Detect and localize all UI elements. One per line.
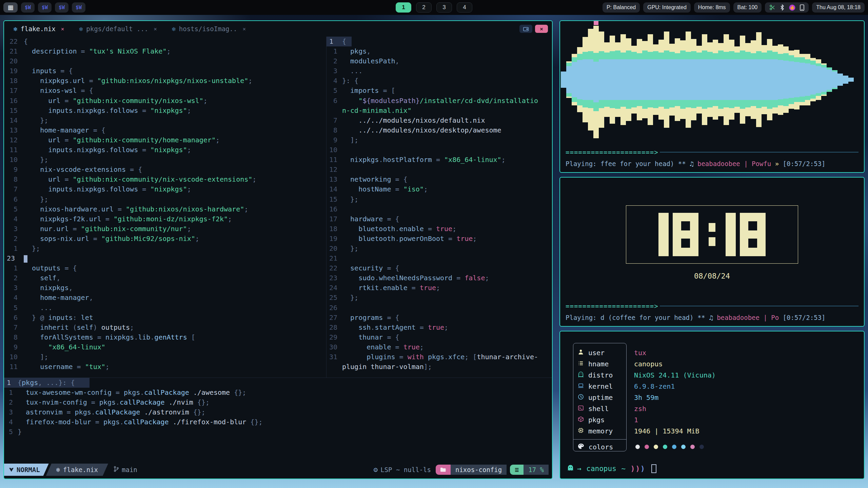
line-number: 7 bbox=[4, 184, 24, 194]
fetch-value: 1 bbox=[634, 414, 716, 425]
code-line: 27 programs = { bbox=[327, 313, 552, 323]
fetch-label: hname bbox=[588, 360, 609, 368]
line-number: 3 bbox=[327, 66, 342, 76]
song-progress-bar-2[interactable]: =====================> bbox=[566, 302, 859, 310]
visualizer-bar bbox=[593, 21, 599, 138]
visualizer-bar bbox=[631, 46, 637, 114]
tab-close-icon[interactable]: × bbox=[61, 26, 64, 32]
visualizer-bar bbox=[794, 50, 800, 109]
code-line: 11 inputs.nixpkgs.follows = "nixpkgs"; bbox=[4, 145, 326, 155]
fetch-value: 6.9.8-zen1 bbox=[634, 381, 716, 392]
pane-pkgs-default[interactable]: 1{pkgs, ...}: {1 tux-awesome-wm-config =… bbox=[4, 378, 552, 437]
visualizer-bar bbox=[783, 46, 789, 113]
clock-chip[interactable]: Thu Aug 08, 18:18 bbox=[812, 2, 865, 13]
phone-icon[interactable] bbox=[800, 4, 804, 11]
color-dot bbox=[699, 445, 704, 449]
line-number: 20 bbox=[327, 244, 342, 253]
code-line: 3 ... bbox=[327, 66, 552, 76]
line-number: 11 bbox=[4, 145, 24, 155]
packages-icon bbox=[578, 416, 584, 424]
editor-tab-hosts-isoImag-[interactable]: ❄hosts/isoImag..× bbox=[172, 25, 246, 33]
line-number: 27 bbox=[327, 313, 342, 323]
flame-icon[interactable] bbox=[789, 4, 795, 11]
visualizer-bar bbox=[691, 39, 696, 120]
fetch-value: 1946 | 15394 MiB bbox=[634, 425, 716, 436]
code-line: 25 }; bbox=[327, 293, 552, 303]
shell-prompt[interactable]: → canopus ~ ))) bbox=[567, 464, 656, 473]
tab-close-icon[interactable]: × bbox=[154, 26, 157, 32]
line-number: 13 bbox=[4, 125, 24, 135]
visualizer-bar bbox=[848, 78, 854, 82]
screen-tab-1[interactable]: 1 bbox=[396, 2, 411, 13]
line-number: 12 bbox=[327, 165, 342, 175]
titlebar-toggle-button[interactable] bbox=[519, 25, 532, 33]
fetch-row: shell bbox=[578, 403, 613, 414]
fetch-terminal-window[interactable]: userhnamedistrokerneluptimeshellpkgsmemo… bbox=[559, 331, 865, 479]
line-number: 4 bbox=[4, 293, 24, 303]
code-line: 23 sudo.wheelNeedsPassword = false; bbox=[327, 273, 552, 283]
scissors-icon[interactable] bbox=[769, 4, 775, 11]
color-dot bbox=[635, 445, 640, 449]
terminal-cursor bbox=[651, 464, 656, 473]
clock-digit-8 bbox=[673, 213, 698, 256]
visualizer-bar bbox=[664, 32, 669, 128]
line-number: 26 bbox=[327, 303, 342, 313]
fetch-value: tux bbox=[634, 347, 716, 358]
screen-tab-list: 1234 bbox=[396, 2, 472, 13]
now-playing-text: Playing: ffee for your head) ** ♫ beabad… bbox=[566, 160, 859, 167]
line-number: 9 bbox=[4, 165, 24, 175]
song-progress-bar[interactable]: =====================> bbox=[566, 148, 859, 156]
fetch-row: distro bbox=[578, 369, 613, 381]
editor-tab-flake-nix[interactable]: ❄flake.nix× bbox=[14, 25, 64, 33]
line-number: 5 bbox=[4, 303, 24, 313]
screen-tab-2[interactable]: 2 bbox=[416, 2, 432, 13]
workspace-chip[interactable]: $W bbox=[55, 2, 68, 13]
tab-close-icon[interactable]: × bbox=[242, 26, 246, 32]
line-number: 1 bbox=[4, 244, 24, 253]
screen-tab-3[interactable]: 3 bbox=[436, 2, 452, 13]
screen-tab-4[interactable]: 4 bbox=[457, 2, 472, 13]
git-branch-icon bbox=[114, 466, 119, 473]
code-line: 19 inputs = { bbox=[4, 66, 326, 76]
grid-icon: ▦ bbox=[7, 4, 13, 11]
scroll-percent-segment: 17 % bbox=[524, 465, 549, 475]
visualizer-bar bbox=[615, 42, 620, 117]
code-line: 17 nixos-wsl = { bbox=[4, 86, 326, 96]
hostname-icon bbox=[578, 360, 584, 368]
code-line: 3 nur.url = "github:nix-community/nur"; bbox=[4, 224, 326, 234]
workspace-chip[interactable]: $W bbox=[21, 2, 35, 13]
bluetooth-icon[interactable] bbox=[780, 4, 785, 11]
project-badge[interactable] bbox=[436, 465, 451, 475]
visualizer-bar bbox=[588, 29, 593, 130]
project-segment[interactable]: nixos-config bbox=[451, 465, 507, 475]
code-line: 1 }; bbox=[4, 244, 326, 253]
code-line: 11 username = "tux"; bbox=[4, 362, 326, 372]
digital-clock bbox=[626, 205, 798, 264]
nix-snowflake-icon: ❄ bbox=[14, 25, 17, 33]
code-line: 13 networking = { bbox=[327, 175, 552, 184]
visualizer-bar bbox=[729, 40, 734, 120]
workspace-chip[interactable]: $W bbox=[38, 2, 52, 13]
window-close-button[interactable]: × bbox=[535, 25, 548, 33]
line-number: 5 bbox=[4, 427, 18, 437]
visualizer-bar bbox=[837, 74, 843, 86]
visualizer-bar bbox=[767, 39, 772, 120]
line-number: 6 bbox=[4, 313, 24, 323]
line-number: 30 bbox=[327, 342, 342, 352]
workspace-chip[interactable]: $W bbox=[72, 2, 85, 13]
visualizer-window: =====================> Playing: ffee for… bbox=[559, 20, 865, 173]
visualizer-bar bbox=[762, 45, 767, 114]
pane-iso-image[interactable]: 1{1 pkgs,2 modulesPath,3 ...4}: {5 impor… bbox=[327, 37, 552, 378]
code-line: 30 enable = true; bbox=[327, 342, 552, 352]
line-number: 22 bbox=[327, 263, 342, 273]
colors-label: colors bbox=[589, 443, 613, 451]
launcher-button[interactable]: ▦ bbox=[3, 2, 18, 13]
visualizer-bar bbox=[610, 36, 615, 124]
line-number: 17 bbox=[327, 214, 342, 224]
pane-flake-nix[interactable]: 22{21 description = "tux's NixOS Flake";… bbox=[4, 37, 326, 378]
code-line: 4 home-manager, bbox=[4, 293, 326, 303]
line-number bbox=[327, 106, 342, 116]
editor-tab-pkgs-default-[interactable]: ❄pkgs/default ...× bbox=[79, 25, 157, 33]
line-number: 16 bbox=[327, 204, 342, 214]
fetch-row: pkgs bbox=[578, 414, 613, 425]
